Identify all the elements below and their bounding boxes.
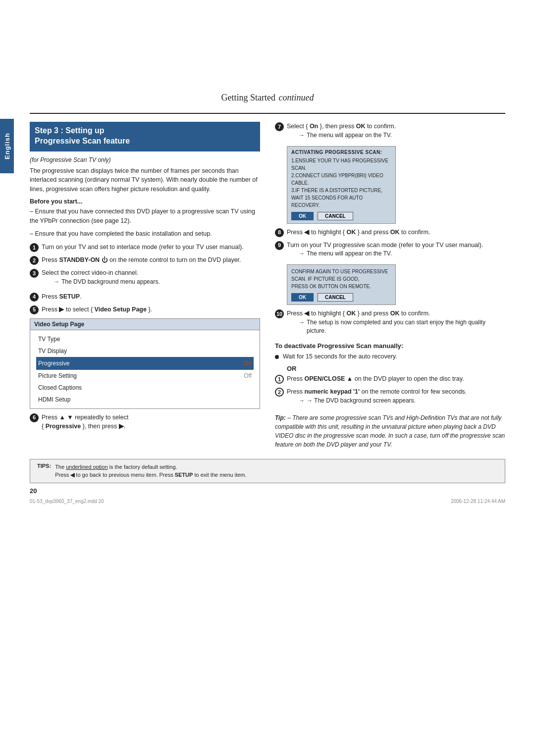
menu-box-2-body: CONFIRM AGAIN TO USE PROGRESSIVE SCAN. I…: [291, 268, 391, 290]
menu-box-1-body: 1.ENSURE YOUR TV HAS PROGRESSIVE SCAN. 2…: [291, 157, 391, 209]
step-text-1: Turn on your TV and set to interlace mod…: [42, 243, 244, 252]
step-item-6: 6 Press ▲ ▼ repeatedly to select{ Progre…: [30, 413, 260, 432]
footer-info: 01-53_dvp3960_37_eng2.indd 20 2006-12-28…: [30, 499, 505, 504]
step-text-9: Turn on your TV progressive scan mode (r…: [287, 242, 483, 249]
step-circle-5: 5: [30, 305, 39, 314]
tips-content: The underlined option is the factory def…: [55, 463, 246, 479]
step-text-10-wrapper: Press ◀ to highlight { OK } and press OK…: [287, 309, 505, 337]
step-item-7: 7 Select { On }, then press OK to confir…: [275, 122, 505, 142]
menu-cancel-btn-2[interactable]: CANCEL: [318, 293, 353, 302]
step-text-9-wrapper: Turn on your TV progressive scan mode (r…: [287, 241, 483, 261]
step-3-note: → The DVD background menu appears.: [54, 278, 160, 286]
step-hollow-2: 2: [275, 388, 284, 397]
step-heading: Step 3 : Setting up Progressive Scan fea…: [30, 122, 260, 151]
deactivate-wait-text: Wait for 15 seconds for the auto recover…: [283, 352, 397, 361]
before-start-1: – Ensure that you have connected this DV…: [30, 207, 260, 226]
menu-box-2-buttons: OK CANCEL: [291, 293, 391, 302]
step-circle-9: 9: [275, 241, 284, 250]
english-tab-label: English: [3, 133, 11, 159]
tip-label: Tip:: [275, 414, 286, 421]
bullet-icon-1: [275, 355, 279, 359]
footer-left: 01-53_dvp3960_37_eng2.indd 20: [30, 499, 104, 504]
footer-right: 2006-12-28 11:24:44 AM: [451, 499, 505, 504]
step-9-note: → The menu will appear on the TV.: [299, 250, 483, 258]
tip-text: – There are some progressive scan TVs an…: [275, 414, 505, 448]
step-intro: The progressive scan displays twice the …: [30, 166, 260, 194]
setup-row-tvdisplay: TV Display: [36, 345, 254, 357]
step-7-note: → The menu will appear on the TV.: [299, 131, 396, 140]
step-text-2: Press STANDBY-ON ⏻ on the remote control…: [42, 255, 241, 265]
step-text-7: Select { On }, then press OK to confirm.: [287, 123, 396, 130]
page-header: Getting Started continued: [30, 89, 505, 104]
step-text-10: Press ◀ to highlight { OK } and press OK…: [287, 310, 430, 317]
setup-box-header: Video Setup Page: [30, 319, 260, 330]
two-col-layout: Step 3 : Setting up Progressive Scan fea…: [30, 122, 505, 449]
step-title-line1: Setting up: [65, 126, 104, 135]
step-text-7-wrapper: Select { On }, then press OK to confirm.…: [287, 122, 396, 142]
menu-box-1-title: ACTIVATING PROGRESSIVE SCAN:: [291, 150, 391, 155]
step-item-4: 4 Press SETUP.: [30, 292, 260, 302]
setup-row-hdmi: HDMI Setup: [36, 394, 254, 405]
page-number: 20: [30, 487, 505, 495]
step-hollow-1: 1: [275, 375, 284, 384]
setup-row-progressive: ProgressiveOn: [36, 357, 254, 370]
tips-bar: TIPS: The underlined option is the facto…: [30, 459, 505, 483]
tip-section: Tip: – There are some progressive scan T…: [275, 413, 505, 449]
step-text-3-wrapper: Select the correct video-in channel. → T…: [42, 268, 160, 289]
col-right: 7 Select { On }, then press OK to confir…: [275, 122, 505, 449]
english-tab: English: [0, 119, 14, 173]
step-text-6: Press ▲ ▼ repeatedly to select{ Progress…: [42, 413, 129, 432]
deactivate-step-2: 2 Press numeric keypad '1' on the remote…: [275, 387, 505, 407]
step-rule: [30, 151, 260, 151]
page-title: Getting Started continued: [30, 89, 505, 104]
menu-ok-btn-1[interactable]: OK: [291, 212, 314, 220]
step-item-8: 8 Press ◀ to highlight { OK } and press …: [275, 228, 505, 237]
deactivate-step-1-text: Press OPEN/CLOSE ▲ on the DVD player to …: [287, 374, 464, 384]
step-item-9: 9 Turn on your TV progressive scan mode …: [275, 241, 505, 261]
before-start-2: – Ensure that you have completed the bas…: [30, 229, 260, 239]
menu-box-1: ACTIVATING PROGRESSIVE SCAN: 1.ENSURE YO…: [287, 146, 396, 224]
main-content: Getting Started continued Step 3 : Setti…: [30, 0, 505, 504]
menu-cancel-btn-1[interactable]: CANCEL: [318, 212, 353, 220]
menu-ok-btn-2[interactable]: OK: [291, 293, 314, 302]
col-left: Step 3 : Setting up Progressive Scan fea…: [30, 122, 260, 435]
setup-row-captions: Closed Captions: [36, 382, 254, 394]
tips-label: TIPS:: [37, 463, 51, 469]
step-circle-7: 7: [275, 122, 284, 131]
or-text: OR: [287, 365, 505, 372]
step-circle-1: 1: [30, 243, 39, 252]
video-setup-box: Video Setup Page TV Type TV Display Prog…: [30, 318, 260, 409]
deactivate-heading: To deactivate Progressive Scan manually:: [275, 342, 505, 350]
deactivate-step-2-text: Press numeric keypad '1' on the remote c…: [287, 388, 467, 395]
step-subtitle: (for Progressive Scan TV only): [30, 156, 260, 163]
deactivate-bullet-1: Wait for 15 seconds for the auto recover…: [275, 352, 505, 361]
step-circle-10: 10: [275, 309, 284, 318]
arrow-icon-3: →: [54, 278, 59, 286]
deactivate-step-1: 1 Press OPEN/CLOSE ▲ on the DVD player t…: [275, 374, 505, 384]
step-circle-6: 6: [30, 413, 39, 422]
setup-row-picture: Picture SettingOff: [36, 370, 254, 382]
step-circle-2: 2: [30, 256, 39, 265]
steps-list-left: 1 Turn on your TV and set to interlace m…: [30, 243, 260, 314]
step-circle-8: 8: [275, 228, 284, 237]
menu-box-2: CONFIRM AGAIN TO USE PROGRESSIVE SCAN. I…: [287, 264, 396, 305]
step-item-10: 10 Press ◀ to highlight { OK } and press…: [275, 309, 505, 337]
setup-box-body: TV Type TV Display ProgressiveOn Picture…: [30, 330, 260, 408]
step-item-3: 3 Select the correct video-in channel. →…: [30, 268, 260, 289]
step-text-4: Press SETUP.: [42, 292, 82, 302]
menu-box-1-buttons: OK CANCEL: [291, 212, 391, 220]
before-start-label: Before you start...: [30, 198, 260, 205]
step-text-3: Select the correct video-in channel.: [42, 269, 138, 276]
tips-line-2: Press ◀ to go back to previous menu item…: [55, 471, 246, 479]
deactivate-step-2-wrapper: Press numeric keypad '1' on the remote c…: [287, 387, 467, 407]
step-item-2: 2 Press STANDBY-ON ⏻ on the remote contr…: [30, 255, 260, 265]
step-title-line2: Progressive Scan feature: [35, 137, 130, 145]
step-text-5: Press ▶ to select { Video Setup Page }.: [42, 305, 152, 314]
deactivate-step-2-note: → → The DVD background screen appears.: [299, 397, 467, 405]
step-circle-3: 3: [30, 269, 39, 278]
step-text-8: Press ◀ to highlight { OK } and press OK…: [287, 228, 430, 237]
header-rule: [30, 113, 505, 114]
step-item-1: 1 Turn on your TV and set to interlace m…: [30, 243, 260, 252]
step-10-note: → The setup is now completed and you can…: [299, 318, 505, 335]
setup-row-tvtype: TV Type: [36, 333, 254, 345]
